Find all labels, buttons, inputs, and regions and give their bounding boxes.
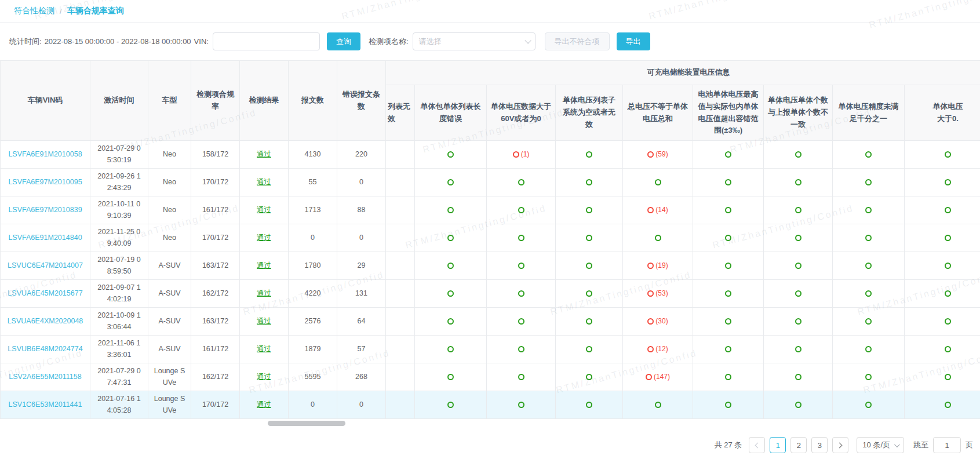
- result-pass-link[interactable]: 通过: [257, 289, 271, 297]
- pagination-page-2[interactable]: 2: [790, 437, 807, 453]
- check-cell-2: [487, 363, 556, 391]
- message-count-cell: 1780: [289, 252, 337, 280]
- compliance-table: 车辆VIN码激活时间车型检测项合规率检测结果报文数错误报文条数可充电储能装置电压…: [0, 60, 980, 419]
- vin-link[interactable]: LSV1C6E53M2011441: [9, 400, 82, 409]
- check-cell-6: [764, 141, 833, 169]
- check-item-select[interactable]: 请选择: [413, 32, 535, 50]
- result-pass-link[interactable]: 通过: [257, 178, 271, 186]
- activation-time-cell: 2021-09-26 12:43:29: [90, 169, 148, 196]
- jump-page-input[interactable]: [933, 437, 961, 453]
- vin-link[interactable]: LSV2A6E55M2011158: [9, 373, 81, 381]
- message-count-cell: 4130: [289, 141, 337, 169]
- page-size-select[interactable]: 10 条/页: [857, 437, 904, 453]
- model-cell: Neo: [148, 196, 191, 224]
- table-row: LSVFA6E97M20100952021-09-26 12:43:29Neo1…: [1, 169, 980, 196]
- pagination-page-3[interactable]: 3: [811, 437, 828, 453]
- pass-circle-icon: [725, 263, 731, 269]
- error-message-count-cell: 64: [337, 308, 386, 336]
- breadcrumb-item-vehicle-compliance-query[interactable]: 车辆合规率查询: [67, 6, 124, 16]
- check-cell-5: [693, 336, 764, 363]
- vin-link[interactable]: LSVUB6E48M2024774: [8, 345, 82, 353]
- vin-link[interactable]: LSVFA6E91M2014840: [8, 234, 82, 242]
- message-count-cell: 2576: [289, 308, 337, 336]
- check-cell-4: [623, 391, 693, 419]
- pass-circle-icon: [725, 290, 731, 297]
- vin-link[interactable]: LSVUA6E4XM2020048: [8, 317, 83, 325]
- pass-circle-icon: [586, 318, 592, 325]
- pagination-next-button[interactable]: [832, 437, 848, 453]
- fail-count: (30): [655, 317, 668, 325]
- pass-circle-icon: [518, 235, 524, 241]
- search-button[interactable]: 查询: [327, 32, 360, 50]
- result-pass-link[interactable]: 通过: [257, 234, 271, 242]
- pass-circle-icon: [586, 374, 592, 380]
- check-cell-0: [386, 196, 415, 224]
- check-cell-0: [386, 224, 415, 252]
- pagination-prev-button[interactable]: [749, 437, 765, 453]
- check-cell-0: [386, 336, 415, 363]
- check-cell-4: (19): [623, 252, 693, 280]
- result-cell: 通过: [240, 391, 289, 419]
- check-cell-2: [487, 224, 556, 252]
- column-header-fixed-3: 检测项合规率: [191, 61, 240, 141]
- result-pass-link[interactable]: 通过: [257, 317, 271, 325]
- check-cell-7: [833, 363, 905, 391]
- pass-circle-icon: [865, 402, 872, 408]
- result-pass-link[interactable]: 通过: [257, 261, 271, 269]
- check-cell-1: [415, 280, 487, 308]
- pass-circle-icon: [865, 235, 872, 241]
- fail-count: (14): [655, 206, 668, 214]
- vin-link[interactable]: LSVUC6E47M2014007: [8, 261, 83, 269]
- column-header-fixed-5: 报文数: [289, 61, 337, 141]
- pass-circle-icon: [447, 151, 454, 158]
- pass-circle-icon: [945, 235, 951, 241]
- pass-circle-icon: [518, 207, 524, 213]
- vin-link[interactable]: LSVFA6E91M2010058: [8, 150, 82, 158]
- pass-circle-icon: [447, 374, 454, 380]
- check-cell-7: [833, 280, 905, 308]
- vin-label: VIN:: [194, 37, 209, 46]
- result-pass-link[interactable]: 通过: [257, 373, 271, 381]
- check-cell-0: [386, 363, 415, 391]
- check-cell-5: [693, 224, 764, 252]
- result-pass-link[interactable]: 通过: [257, 206, 271, 214]
- result-pass-link[interactable]: 通过: [257, 400, 271, 409]
- fail-count: (147): [654, 373, 670, 381]
- check-cell-5: [693, 308, 764, 336]
- jump-to-label: 跳至: [913, 440, 928, 450]
- pass-circle-icon: [945, 318, 951, 325]
- pass-circle-icon: [725, 235, 731, 241]
- check-cell-2: [487, 280, 556, 308]
- horizontal-scrollbar-thumb[interactable]: [268, 421, 345, 426]
- pagination-page-1[interactable]: 1: [770, 437, 786, 453]
- model-cell: Neo: [148, 169, 191, 196]
- export-button[interactable]: 导出: [617, 32, 650, 50]
- result-pass-link[interactable]: 通过: [257, 345, 271, 353]
- pass-circle-icon: [795, 290, 802, 297]
- check-cell-0: [386, 308, 415, 336]
- check-cell-2: [487, 196, 556, 224]
- pass-circle-icon: [518, 346, 524, 352]
- fail-count: (12): [655, 345, 668, 353]
- compliance-rate-cell: 170/172: [191, 391, 240, 419]
- vin-link[interactable]: LSVFA6E97M2010839: [8, 206, 82, 214]
- breadcrumb-separator: /: [60, 7, 62, 16]
- pass-circle-icon: [795, 263, 802, 269]
- check-cell-7: [833, 336, 905, 363]
- breadcrumb-item-compliance-check[interactable]: 符合性检测: [14, 6, 54, 16]
- vin-input[interactable]: [213, 32, 320, 50]
- error-message-count-cell: 0: [337, 169, 386, 196]
- result-pass-link[interactable]: 通过: [257, 150, 271, 158]
- check-cell-7: [833, 224, 905, 252]
- export-noncompliant-button[interactable]: 导出不符合项: [545, 32, 610, 50]
- result-cell: 通过: [240, 280, 289, 308]
- pass-circle-icon: [725, 402, 731, 408]
- pass-circle-icon: [945, 207, 951, 213]
- vin-link[interactable]: LSVUA6E45M2015677: [8, 289, 82, 297]
- pass-circle-icon: [518, 374, 524, 380]
- vin-link[interactable]: LSVFA6E97M2010095: [8, 178, 82, 186]
- pass-circle-icon: [725, 374, 731, 380]
- check-cell-7: [833, 391, 905, 419]
- pass-circle-icon: [945, 346, 951, 352]
- result-cell: 通过: [240, 141, 289, 169]
